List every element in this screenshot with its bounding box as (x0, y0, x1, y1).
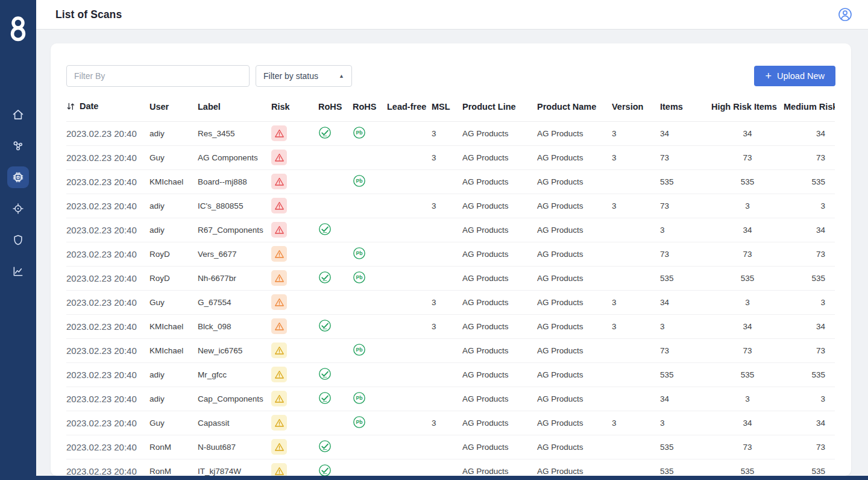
cell-user: KMIchael (149, 338, 198, 362)
cell-version (612, 218, 660, 242)
table-row[interactable]: 2023.02.23 20:40 Guy AG Components (66, 145, 835, 169)
sidebar-item-home[interactable] (7, 104, 29, 125)
cell-risk (271, 290, 318, 314)
cell-rohs-check (318, 145, 353, 169)
col-header-medium-risk: Medium Risk (784, 95, 835, 121)
table-row[interactable]: 2023.02.23 20:40 RoyD Vers_6677 (66, 242, 835, 266)
cell-label: Vers_6677 (198, 242, 271, 266)
filter-bar: Filter by status ▲ + Upload New (66, 65, 835, 87)
cell-product-name: AG Products (537, 459, 612, 476)
cell-msl (432, 338, 462, 362)
sidebar-item-analysis[interactable] (7, 135, 29, 157)
cell-risk (271, 387, 318, 411)
cell-product-line: AG Products (462, 459, 537, 476)
rohs-pb-icon: Pb (353, 271, 366, 284)
cell-msl (432, 218, 462, 242)
cell-product-line: AG Products (462, 266, 537, 290)
cell-user: adiy (149, 218, 198, 242)
user-avatar[interactable] (838, 7, 852, 22)
cell-version (612, 387, 660, 411)
col-header-user: User (149, 95, 198, 121)
cell-version (612, 338, 660, 362)
cell-items: 34 (660, 121, 711, 145)
table-row[interactable]: 2023.02.23 20:40 KMIchael Blck_098 (66, 314, 835, 338)
sidebar-item-reports[interactable] (7, 261, 29, 282)
scans-card: Filter by status ▲ + Upload New (51, 43, 851, 476)
cell-date: 2023.02.23 20:40 (66, 145, 149, 169)
cell-items: 3 (660, 218, 711, 242)
svg-text:Pb: Pb (356, 347, 362, 353)
cell-product-line: AG Products (462, 362, 537, 387)
sidebar-item-tracking[interactable] (7, 198, 29, 219)
status-filter-dropdown[interactable]: Filter by status ▲ (256, 65, 352, 87)
cell-lead-free (387, 290, 432, 314)
cell-label: Board--mj888 (198, 169, 271, 194)
table-row[interactable]: 2023.02.23 20:40 Guy Capassit (66, 411, 835, 435)
bottom-edge-bar (0, 476, 868, 480)
cell-rohs-check (318, 194, 353, 218)
table-row[interactable]: 2023.02.23 20:40 KMIchael Board--mj888 (66, 169, 835, 194)
cell-date: 2023.02.23 20:40 (66, 266, 149, 290)
table-row[interactable]: 2023.02.23 20:40 adiy Res_3455 (66, 121, 835, 145)
risk-warning-icon (271, 294, 287, 310)
cell-risk (271, 411, 318, 435)
cell-product-name: AG Products (537, 121, 612, 145)
cell-product-name: AG Products (537, 387, 612, 411)
table-row[interactable]: 2023.02.23 20:40 RonM IT_kj7874W (66, 459, 835, 476)
svg-text:Pb: Pb (356, 250, 362, 256)
cell-date: 2023.02.23 20:40 (66, 362, 149, 387)
cell-msl (432, 435, 462, 459)
cell-rohs-pb: Pb (353, 459, 387, 476)
cell-product-name: AG Products (537, 242, 612, 266)
cell-version: 3 (612, 145, 660, 169)
cell-user: KMIchael (149, 314, 198, 338)
rohs-compliant-icon (318, 391, 332, 405)
home-icon (12, 109, 24, 121)
app-logo[interactable] (0, 0, 36, 42)
table-row[interactable]: 2023.02.23 20:40 RoyD Nh-6677br (66, 266, 835, 290)
cell-product-name: AG Products (537, 338, 612, 362)
cell-risk (271, 194, 318, 218)
cell-user: RonM (149, 459, 198, 476)
table-row[interactable]: 2023.02.23 20:40 adiy IC's_880855 (66, 194, 835, 218)
rohs-compliant-icon (318, 464, 332, 476)
cell-product-line: AG Products (462, 218, 537, 242)
cell-date: 2023.02.23 20:40 (66, 459, 149, 476)
cell-items: 3 (660, 314, 711, 338)
sort-icon[interactable] (66, 102, 75, 111)
table-row[interactable]: 2023.02.23 20:40 adiy R67_Components (66, 218, 835, 242)
filter-input[interactable] (66, 65, 250, 87)
cell-user: adiy (149, 121, 198, 145)
cell-rohs-check (318, 266, 353, 290)
table-row[interactable]: 2023.02.23 20:40 adiy Cap_Components (66, 387, 835, 411)
cell-msl: 3 (432, 314, 462, 338)
table-row[interactable]: 2023.02.23 20:40 KMIchael New_ic6765 (66, 338, 835, 362)
cell-user: Guy (149, 411, 198, 435)
cell-lead-free (387, 194, 432, 218)
cell-high-risk-items: 73 (711, 145, 784, 169)
cell-label: G_67554 (198, 290, 271, 314)
table-row[interactable]: 2023.02.23 20:40 Guy G_67554 (66, 290, 835, 314)
status-filter-label: Filter by status (263, 71, 318, 81)
cell-lead-free (387, 218, 432, 242)
sidebar-item-scans[interactable] (7, 166, 29, 188)
cell-lead-free (387, 411, 432, 435)
upload-new-button[interactable]: + Upload New (754, 66, 835, 86)
cell-rohs-check (318, 314, 353, 338)
cell-rohs-check (318, 338, 353, 362)
molecule-icon (12, 140, 24, 152)
cell-product-name: AG Products (537, 435, 612, 459)
table-row[interactable]: 2023.02.23 20:40 RonM N-8uut687 (66, 435, 835, 459)
cell-rohs-pb: Pb (353, 338, 387, 362)
cell-date: 2023.02.23 20:40 (66, 121, 149, 145)
col-header-product-line: Product Line (462, 95, 537, 121)
table-row[interactable]: 2023.02.23 20:40 adiy Mr_gfcc (66, 362, 835, 387)
cell-user: KMIchael (149, 169, 198, 194)
cell-risk (271, 242, 318, 266)
cell-msl (432, 169, 462, 194)
page-title: List of Scans (55, 8, 122, 21)
risk-warning-icon (271, 318, 287, 334)
caret-up-icon: ▲ (339, 74, 344, 79)
sidebar-item-security[interactable] (7, 229, 29, 251)
cell-date: 2023.02.23 20:40 (66, 242, 149, 266)
